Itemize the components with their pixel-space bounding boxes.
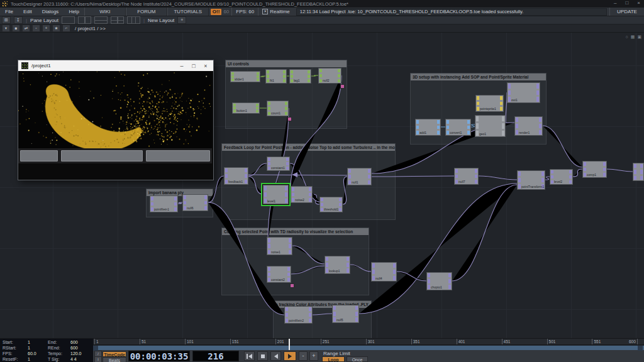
node-slider1[interactable]: slider1 xyxy=(230,71,260,82)
node-input-connectors[interactable] xyxy=(184,195,186,210)
node-input-connectors[interactable] xyxy=(319,69,322,82)
node-pointfilein1[interactable]: pointfilein1 xyxy=(150,195,178,212)
timeline-field-start[interactable]: Start: 1 xyxy=(3,340,13,344)
node-render1[interactable]: render1 xyxy=(514,116,543,136)
node-count1[interactable]: count1 xyxy=(267,101,289,116)
bookmark-star-icon[interactable]: ★ xyxy=(52,25,60,32)
node-output-connectors[interactable] xyxy=(285,102,287,115)
pane-save-icon[interactable]: ↧ xyxy=(14,16,23,24)
node-input-connectors[interactable] xyxy=(348,169,351,184)
step-forward-button[interactable]: + xyxy=(309,351,318,361)
dim-icon[interactable]: ▫ xyxy=(32,25,40,32)
node-lookup1[interactable]: lookup1 xyxy=(325,256,350,274)
menu-file[interactable]: File xyxy=(0,9,18,14)
add-icon[interactable]: + xyxy=(42,25,50,32)
node-null6[interactable]: null6 xyxy=(182,194,208,211)
timeline-field-tsig[interactable]: T Sig: 4 4 xyxy=(48,357,59,361)
node-input-connectors[interactable] xyxy=(326,257,328,273)
node-pointfilein2[interactable]: pointfilein2 xyxy=(284,306,313,324)
network-path-breadcrumb[interactable]: / project1 / >> xyxy=(75,26,106,31)
node-input-connectors[interactable] xyxy=(268,238,270,254)
viewer-button-1[interactable] xyxy=(20,150,58,162)
node-input-connectors[interactable] xyxy=(267,70,269,82)
node-output-connectors[interactable] xyxy=(256,104,258,112)
timeline-settings[interactable]: Start: 1RStart: 1FPS: 60.0ResetF: 1End: … xyxy=(0,339,93,362)
node-convert1[interactable]: convert1 xyxy=(445,119,471,136)
node-output-connectors[interactable] xyxy=(640,164,643,180)
node-output-connectors[interactable] xyxy=(355,306,358,322)
node-input-connectors[interactable] xyxy=(333,306,336,322)
node-output-connectors[interactable] xyxy=(500,96,502,111)
node-output-connectors[interactable] xyxy=(368,169,370,184)
link-wiki[interactable]: WIKI xyxy=(84,8,126,16)
node-null7[interactable]: null7 xyxy=(454,168,479,185)
node-input-connectors[interactable] xyxy=(516,118,518,134)
viewer-window[interactable]: /project1 – □ × xyxy=(18,60,214,180)
node-input-connectors[interactable] xyxy=(233,104,236,112)
node-output-connectors[interactable] xyxy=(287,267,290,282)
viewer-slider-1[interactable] xyxy=(61,150,143,162)
node-comp1[interactable]: comp1 xyxy=(582,161,607,178)
node-output-connectors[interactable] xyxy=(174,197,177,211)
layout-preset-hsplit[interactable] xyxy=(94,16,108,24)
nav-arrows-icon[interactable]: ⇄ xyxy=(22,25,30,32)
viewer-minimize-icon[interactable]: – xyxy=(177,63,186,69)
node-input-connectors[interactable] xyxy=(291,70,293,82)
node-null5[interactable]: null5 xyxy=(332,305,359,323)
node-null2[interactable]: null2 xyxy=(318,68,341,84)
node-output-connectors[interactable] xyxy=(437,120,440,134)
node-output-connectors[interactable] xyxy=(347,257,349,273)
node-output-connectors[interactable] xyxy=(393,263,396,280)
node-output-connectors[interactable] xyxy=(536,84,539,102)
node-input-connectors[interactable] xyxy=(416,120,419,134)
node-input-connectors[interactable] xyxy=(455,169,458,184)
link-tutorials[interactable]: TUTORIALS xyxy=(167,8,209,16)
node-flag[interactable] xyxy=(340,84,345,89)
node-input-connectors[interactable] xyxy=(268,102,270,115)
play-reverse-button[interactable] xyxy=(270,351,281,361)
node-threshold1[interactable]: threshold1 xyxy=(319,197,343,212)
node-input-connectors[interactable] xyxy=(321,198,323,211)
node-noise1[interactable]: noise1 xyxy=(267,237,292,255)
node-input-connectors[interactable] xyxy=(231,72,234,81)
node-null4[interactable]: null4 xyxy=(371,262,397,282)
node-output-connectors[interactable] xyxy=(257,72,259,81)
node-pointTransform1[interactable]: pointTransform1 xyxy=(517,170,545,190)
node-input-connectors[interactable] xyxy=(447,120,449,134)
performance-badge[interactable]: O!! xyxy=(211,9,222,15)
node-input-connectors[interactable] xyxy=(225,168,228,184)
node-input-connectors[interactable] xyxy=(584,162,586,177)
node-output-connectors[interactable] xyxy=(309,187,311,202)
node-flag[interactable] xyxy=(287,117,292,121)
dock-icon[interactable]: ⌐ xyxy=(62,25,70,32)
layout-preset-vsplit[interactable] xyxy=(78,16,91,24)
node-input-connectors[interactable] xyxy=(151,197,153,211)
layout-preset-quad[interactable] xyxy=(111,16,124,24)
node-input-connectors[interactable] xyxy=(428,273,430,289)
pane-split-icon[interactable]: ⊞ xyxy=(2,16,11,24)
timeline-field-rend[interactable]: REnd: 600 xyxy=(48,346,60,350)
once-button[interactable]: Once xyxy=(347,356,368,362)
link-overlay-icon[interactable]: ○ xyxy=(626,35,628,40)
add-layout-button[interactable]: + xyxy=(177,16,186,24)
node-output-connectors[interactable] xyxy=(283,70,286,82)
node-feedback1[interactable]: feedback1 xyxy=(224,167,248,185)
timeline-mini-button-2[interactable]: I xyxy=(94,356,102,362)
beats-mode-button[interactable]: Beats xyxy=(103,357,126,362)
link-forum[interactable]: FORUM xyxy=(126,8,167,16)
viewer-button-2[interactable] xyxy=(146,150,210,162)
stop-button[interactable] xyxy=(257,351,268,361)
node-input-connectors[interactable] xyxy=(518,172,521,189)
node-constant2[interactable]: constant2 xyxy=(267,266,291,283)
update-button[interactable]: UPDATE xyxy=(609,8,644,16)
node-level2[interactable]: level2 xyxy=(550,169,573,185)
go-to-start-button[interactable] xyxy=(244,351,255,361)
node-input-connectors[interactable] xyxy=(477,96,479,111)
timeline-field-end[interactable]: End: 600 xyxy=(48,340,57,344)
node-flag[interactable] xyxy=(290,283,294,288)
node-input-connectors[interactable] xyxy=(264,186,267,203)
layout-preset-triple[interactable] xyxy=(127,16,140,24)
node-input-connectors[interactable] xyxy=(372,263,375,280)
node-input-connectors[interactable] xyxy=(286,307,288,322)
viewer-close-icon[interactable]: × xyxy=(201,63,210,69)
